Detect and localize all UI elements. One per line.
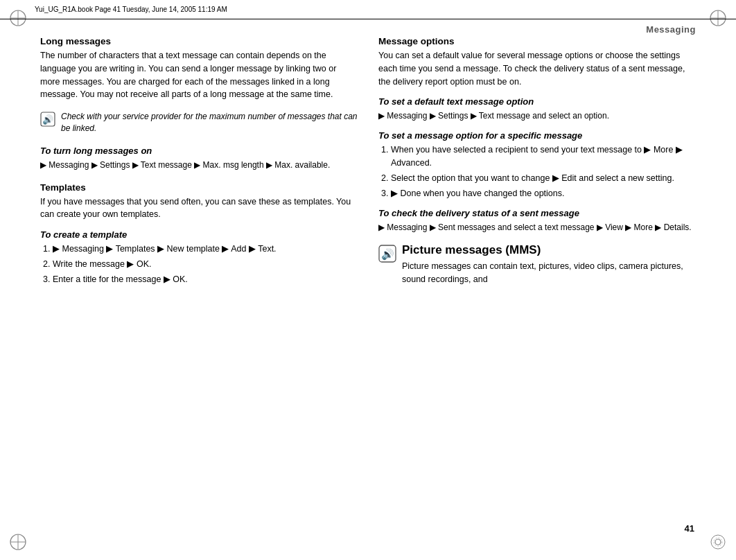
page-number: 41 bbox=[685, 523, 694, 534]
note-text: Check with your service provider for the… bbox=[61, 111, 358, 134]
svg-text:🔊: 🔊 bbox=[381, 248, 394, 261]
note-box: 🔊 Check with your service provider for t… bbox=[40, 108, 358, 137]
templates-title: Templates bbox=[40, 182, 358, 193]
svg-text:🔊: 🔊 bbox=[42, 114, 54, 125]
default-text-proc-title: To set a default text message option bbox=[378, 96, 696, 107]
picture-messages-body: Picture messages can contain text, pictu… bbox=[402, 260, 696, 286]
picture-messages-content: Picture messages (MMS) Picture messages … bbox=[402, 243, 696, 286]
right-column: Message options You can set a default va… bbox=[378, 29, 696, 522]
svg-point-9 bbox=[715, 539, 721, 545]
picture-messages-title: Picture messages (MMS) bbox=[402, 243, 696, 257]
long-messages-title: Long messages bbox=[40, 36, 358, 46]
svg-point-10 bbox=[711, 535, 725, 549]
create-template-steps: ▶ Messaging ▶ Templates ▶ New template ▶… bbox=[53, 243, 358, 286]
list-item: Write the message ▶ OK. bbox=[53, 258, 358, 271]
message-options-body: You can set a default value for several … bbox=[378, 49, 696, 88]
specific-message-steps: When you have selected a recipient to se… bbox=[391, 143, 696, 200]
long-messages-body: The number of characters that a text mes… bbox=[40, 49, 358, 101]
main-content: Long messages The number of characters t… bbox=[40, 29, 696, 522]
header-text: Yui_UG_R1A.book Page 41 Tuesday, June 14… bbox=[35, 6, 227, 13]
list-item: When you have selected a recipient to se… bbox=[391, 143, 696, 170]
picture-messages-icon: 🔊 bbox=[378, 245, 396, 263]
specific-message-proc-title: To set a message option for a specific m… bbox=[378, 130, 696, 141]
list-item: ▶ Done when you have changed the options… bbox=[391, 187, 696, 200]
list-item: ▶ Messaging ▶ Templates ▶ New template ▶… bbox=[53, 243, 358, 256]
corner-mark-bl bbox=[8, 532, 28, 552]
create-template-title: To create a template bbox=[40, 229, 358, 240]
turn-on-proc-path: ▶ Messaging ▶ Settings ▶ Text message ▶ … bbox=[40, 159, 358, 171]
page: Yui_UG_R1A.book Page 41 Tuesday, June 14… bbox=[0, 0, 736, 560]
header-bar: Yui_UG_R1A.book Page 41 Tuesday, June 14… bbox=[0, 0, 736, 19]
turn-on-proc-title: To turn long messages on bbox=[40, 146, 358, 156]
list-item: Enter a title for the message ▶ OK. bbox=[53, 273, 358, 286]
delivery-status-proc-path: ▶ Messaging ▶ Sent messages and select a… bbox=[378, 221, 696, 234]
templates-body: If you have messages that you send often… bbox=[40, 195, 358, 222]
note-icon: 🔊 bbox=[40, 112, 55, 127]
default-text-proc-path: ▶ Messaging ▶ Settings ▶ Text message an… bbox=[378, 110, 696, 122]
picture-messages-section: 🔊 Picture messages (MMS) Picture message… bbox=[378, 243, 696, 286]
message-options-title: Message options bbox=[378, 36, 696, 46]
left-column: Long messages The number of characters t… bbox=[40, 29, 358, 522]
delivery-status-proc-title: To check the delivery status of a sent m… bbox=[378, 208, 696, 218]
corner-mark-br bbox=[708, 532, 728, 552]
list-item: Select the option that you want to chang… bbox=[391, 172, 696, 185]
